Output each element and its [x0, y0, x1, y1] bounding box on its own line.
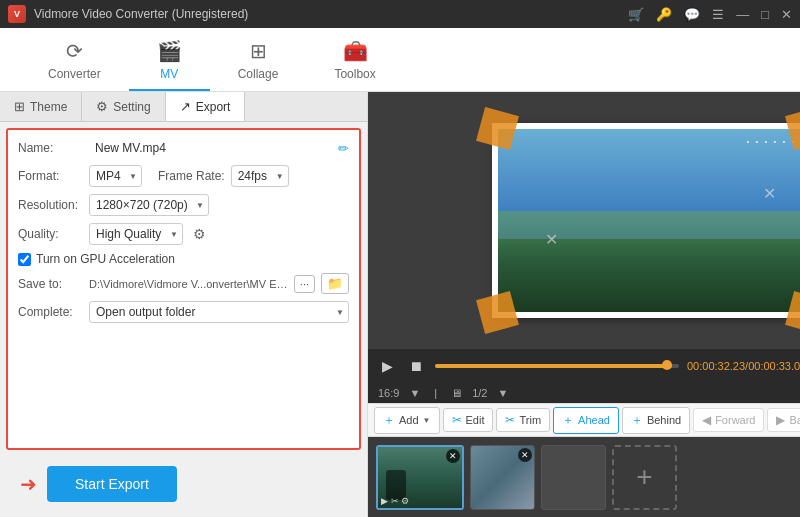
- export-label: Export: [196, 100, 231, 114]
- ratio-dropdown-icon[interactable]: ▼: [409, 387, 420, 399]
- minimize-icon[interactable]: 🛒: [628, 7, 644, 22]
- quality-label: Quality:: [18, 227, 83, 241]
- minimize-btn[interactable]: —: [736, 7, 749, 22]
- nav-tab-collage[interactable]: ⊞ Collage: [210, 31, 307, 91]
- complete-select-wrapper[interactable]: Open output folder: [89, 301, 349, 323]
- right-panel: • • • • • • ✕ ✕ ▶ ⏹ 00:00:32.23/00:00:33…: [368, 92, 800, 517]
- setting-icon: ⚙: [96, 99, 108, 114]
- gpu-label: Turn on GPU Acceleration: [36, 252, 175, 266]
- play-button[interactable]: ▶: [378, 356, 397, 376]
- complete-label: Complete:: [18, 305, 83, 319]
- behind-icon: ＋: [631, 412, 643, 429]
- export-form: Name: New MV.mp4 ✏ Format: MP4 Frame Rat…: [6, 128, 361, 450]
- gpu-check[interactable]: Turn on GPU Acceleration: [18, 252, 175, 266]
- page-icon: 🖥: [451, 387, 462, 399]
- video-controls: ▶ ⏹ 00:00:32.23/00:00:33.01 🔊 Start Expo…: [368, 349, 800, 383]
- backward-button[interactable]: ▶ Backward: [767, 408, 800, 432]
- top-nav: ⟳ Converter 🎬 MV ⊞ Collage 🧰 Toolbox: [0, 28, 800, 92]
- chat-icon[interactable]: 💬: [684, 7, 700, 22]
- window-controls[interactable]: 🛒 🔑 💬 ☰ — □ ✕: [628, 7, 792, 22]
- arrow-icon: ➜: [20, 472, 37, 496]
- gpu-row: Turn on GPU Acceleration: [18, 252, 349, 266]
- video-info-bar: 16:9 ▼ | 🖥 1/2 ▼: [368, 383, 800, 403]
- preview-image: • • • • • • ✕ ✕: [492, 123, 800, 318]
- toolbar: ＋ Add ▼ ✂ Edit ✂ Trim ＋ Ahead ＋ Behind ◀: [368, 403, 800, 437]
- settings-icon[interactable]: 🔑: [656, 7, 672, 22]
- mv-icon: 🎬: [157, 39, 182, 63]
- format-row: Format: MP4 Frame Rate: 24fps: [18, 165, 349, 187]
- progress-handle[interactable]: [662, 360, 672, 370]
- progress-fill: [435, 364, 672, 368]
- preview-frame: • • • • • • ✕ ✕: [492, 123, 800, 318]
- timeline-item-2[interactable]: ✕: [470, 445, 535, 510]
- format-select[interactable]: MP4: [89, 165, 142, 187]
- quality-select-wrapper[interactable]: High Quality: [89, 223, 183, 245]
- framerate-select-wrapper[interactable]: 24fps: [231, 165, 289, 187]
- resolution-row: Resolution: 1280×720 (720p): [18, 194, 349, 216]
- add-button[interactable]: ＋ Add ▼: [374, 407, 440, 434]
- collage-label: Collage: [238, 67, 279, 81]
- theme-label: Theme: [30, 100, 67, 114]
- time-code: 00:00:32.23/00:00:33.01: [687, 360, 800, 372]
- close-btn[interactable]: ✕: [781, 7, 792, 22]
- timeline-item-1-controls: ▶ ✂ ⚙: [381, 496, 409, 506]
- maximize-btn[interactable]: □: [761, 7, 769, 22]
- edit-name-icon[interactable]: ✏: [338, 141, 349, 156]
- sub-tab-theme[interactable]: ⊞ Theme: [0, 92, 82, 121]
- timeline-add-button[interactable]: +: [612, 445, 677, 510]
- stop-button[interactable]: ⏹: [405, 356, 427, 376]
- export-icon: ↗: [180, 99, 191, 114]
- quality-select[interactable]: High Quality: [89, 223, 183, 245]
- timeline-item-2-close[interactable]: ✕: [518, 448, 532, 462]
- page-dropdown-icon[interactable]: ▼: [497, 387, 508, 399]
- format-select-wrapper[interactable]: MP4: [89, 165, 142, 187]
- forward-icon: ◀: [702, 413, 711, 427]
- sub-tab-setting[interactable]: ⚙ Setting: [82, 92, 165, 121]
- timeline-item-1[interactable]: ✕ ▶ ✂ ⚙: [376, 445, 464, 510]
- save-to-row: Save to: D:\Vidmore\Vidmore V...onverter…: [18, 273, 349, 294]
- app-title: Vidmore Video Converter (Unregistered): [34, 7, 628, 21]
- forward-button[interactable]: ◀ Forward: [693, 408, 764, 432]
- nav-tab-toolbox[interactable]: 🧰 Toolbox: [306, 31, 403, 91]
- name-value: New MV.mp4: [89, 138, 332, 158]
- toolbox-icon: 🧰: [343, 39, 368, 63]
- backward-icon: ▶: [776, 413, 785, 427]
- theme-icon: ⊞: [14, 99, 25, 114]
- timeline-item-1-close[interactable]: ✕: [446, 449, 460, 463]
- separator: |: [434, 387, 437, 399]
- nav-tab-mv[interactable]: 🎬 MV: [129, 31, 210, 91]
- browse-dots-btn[interactable]: ···: [294, 275, 315, 293]
- gpu-checkbox[interactable]: [18, 253, 31, 266]
- add-icon: ＋: [383, 412, 395, 429]
- trim-button[interactable]: ✂ Trim: [496, 408, 550, 432]
- mv-label: MV: [160, 67, 178, 81]
- toolbox-label: Toolbox: [334, 67, 375, 81]
- quality-row: Quality: High Quality ⚙: [18, 223, 349, 245]
- main-content: ⊞ Theme ⚙ Setting ↗ Export Name: New MV.…: [0, 92, 800, 517]
- timeline: ✕ ▶ ✂ ⚙ ✕ +: [368, 437, 800, 517]
- progress-bar[interactable]: [435, 364, 679, 368]
- left-panel: ⊞ Theme ⚙ Setting ↗ Export Name: New MV.…: [0, 92, 368, 517]
- framerate-label: Frame Rate:: [158, 169, 225, 183]
- add-dropdown-icon[interactable]: ▼: [423, 416, 431, 425]
- ahead-button[interactable]: ＋ Ahead: [553, 407, 619, 434]
- framerate-select[interactable]: 24fps: [231, 165, 289, 187]
- resolution-select-wrapper[interactable]: 1280×720 (720p): [89, 194, 209, 216]
- nav-tab-converter[interactable]: ⟳ Converter: [20, 31, 129, 91]
- open-folder-btn[interactable]: 📁: [321, 273, 349, 294]
- sub-tab-export[interactable]: ↗ Export: [166, 92, 246, 121]
- app-icon: V: [8, 5, 26, 23]
- save-to-label: Save to:: [18, 277, 83, 291]
- quality-gear-icon[interactable]: ⚙: [193, 226, 206, 242]
- start-export-button[interactable]: Start Export: [47, 466, 177, 502]
- edit-icon: ✂: [452, 413, 462, 427]
- complete-select[interactable]: Open output folder: [89, 301, 349, 323]
- behind-button[interactable]: ＋ Behind: [622, 407, 690, 434]
- timeline-item-3[interactable]: [541, 445, 606, 510]
- edit-button[interactable]: ✂ Edit: [443, 408, 494, 432]
- name-row: Name: New MV.mp4 ✏: [18, 138, 349, 158]
- menu-icon[interactable]: ☰: [712, 7, 724, 22]
- sub-tabs: ⊞ Theme ⚙ Setting ↗ Export: [0, 92, 367, 122]
- preview-dots: • • • • • •: [746, 137, 796, 146]
- resolution-select[interactable]: 1280×720 (720p): [89, 194, 209, 216]
